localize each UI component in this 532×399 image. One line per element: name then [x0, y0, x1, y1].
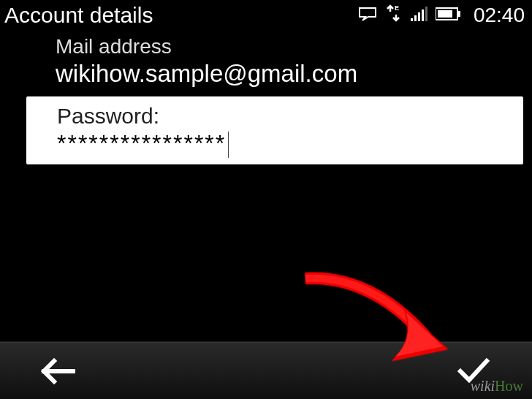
clock: 02:40 — [474, 4, 525, 27]
mail-value: wikihow.sample@gmail.com — [56, 60, 532, 88]
status-icons: E 02:40 — [358, 4, 525, 27]
svg-text:E: E — [395, 4, 399, 12]
svg-rect-1 — [411, 18, 413, 21]
svg-rect-4 — [422, 10, 424, 21]
back-button[interactable] — [37, 349, 80, 393]
content-area: Mail address wikihow.sample@gmail.com Pa… — [0, 28, 532, 164]
signal-icon — [409, 6, 428, 25]
password-value: **************** — [57, 130, 226, 157]
svg-rect-2 — [414, 15, 417, 21]
status-bar: Account details E 02:40 — [0, 0, 532, 28]
svg-rect-5 — [425, 7, 428, 21]
watermark: wikiHow — [471, 378, 523, 395]
text-cursor — [228, 132, 229, 158]
sync-icon: E — [384, 4, 402, 26]
reply-icon — [358, 7, 377, 24]
battery-icon — [436, 7, 462, 24]
mail-label: Mail address — [56, 35, 532, 58]
svg-rect-3 — [418, 12, 420, 21]
back-arrow-icon — [41, 358, 76, 384]
svg-rect-8 — [438, 10, 452, 18]
page-title: Account details — [4, 3, 153, 28]
password-label: Password: — [57, 104, 510, 129]
bottom-bar — [0, 342, 532, 399]
password-input[interactable]: Password: **************** — [26, 96, 523, 164]
svg-rect-7 — [457, 11, 460, 17]
